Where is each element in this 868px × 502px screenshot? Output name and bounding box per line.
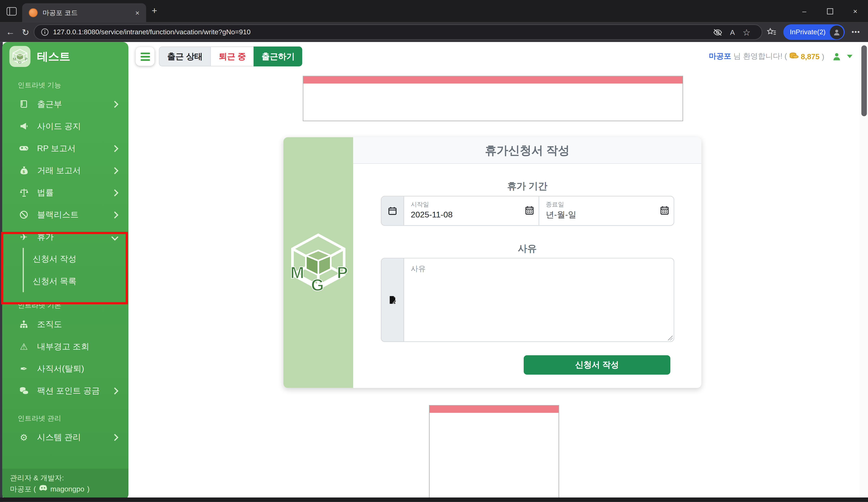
card-side-strip: MGP <box>283 137 353 388</box>
money-bag-icon: $ <box>18 166 30 175</box>
svg-text:P: P <box>24 57 28 61</box>
date-picker-icon[interactable] <box>525 206 534 217</box>
chevron-right-icon <box>111 167 118 174</box>
leaving-status-button[interactable]: 퇴근 중 <box>211 46 254 66</box>
app-logo-icon[interactable]: MGP <box>9 46 30 67</box>
window-bottom-edge <box>0 498 868 502</box>
svg-text:M: M <box>290 263 304 282</box>
period-heading: 휴가 기간 <box>353 180 701 193</box>
content-box-top <box>303 76 683 121</box>
address-bar[interactable]: 127.0.0.1:8080/service/intranet/function… <box>34 24 762 40</box>
plane-icon: ✈ <box>18 232 30 242</box>
org-chart-icon <box>18 320 30 329</box>
sidebar-item-blacklist[interactable]: 블랙리스트 <box>2 203 128 226</box>
sidebar: MGP 테스트 인트라넷 기능 출근부 사이드 공지 RP 보고서 $ <box>2 42 128 500</box>
sidebar-item-law[interactable]: 법률 <box>2 181 128 203</box>
content-box-bottom <box>429 405 559 499</box>
sidebar-item-vacation[interactable]: ✈ 휴가 <box>2 226 128 248</box>
reason-group <box>381 258 674 342</box>
browser-tab[interactable]: 마공포 코드 × <box>22 3 146 22</box>
ban-icon <box>18 210 30 219</box>
user-name: 마공포 <box>709 52 731 61</box>
hamburger-icon <box>141 52 150 54</box>
card-header: 휴가신청서 작성 <box>353 137 701 164</box>
mgp-watermark-logo: MGP <box>287 230 349 294</box>
date-picker-icon[interactable] <box>660 206 669 217</box>
submit-request-button[interactable]: 신청서 작성 <box>524 355 670 375</box>
site-info-icon[interactable] <box>41 28 49 36</box>
clock-in-button[interactable]: 출근하기 <box>254 46 302 66</box>
end-date-field[interactable]: 종료일 <box>539 197 674 225</box>
card-title: 휴가신청서 작성 <box>485 143 569 158</box>
chevron-right-icon <box>111 189 118 196</box>
attendance-status-button[interactable]: 출근 상태 <box>159 46 211 66</box>
coin-icon <box>789 52 799 61</box>
favorite-star-icon[interactable]: ☆ <box>743 27 751 37</box>
browser-window: 마공포 코드 × + – × ← ↻ 127.0.0.1:8080/servic… <box>0 0 868 502</box>
url-text[interactable]: 127.0.0.1:8080/service/intranet/function… <box>53 28 713 36</box>
reason-textarea[interactable] <box>404 259 674 341</box>
sidebar-item-attendance[interactable]: 출근부 <box>2 93 128 115</box>
vacation-submenu: 신청서 작성 신청서 목록 <box>23 248 128 292</box>
maximize-button[interactable] <box>817 0 843 22</box>
chevron-right-icon <box>111 433 118 441</box>
collections-icon[interactable] <box>766 28 776 36</box>
sidebar-item-trade-report[interactable]: $ 거래 보고서 <box>2 159 128 181</box>
read-aloud-icon[interactable]: A <box>730 28 735 36</box>
new-tab-button[interactable]: + <box>152 6 157 17</box>
close-button[interactable]: × <box>843 0 868 22</box>
end-date-input[interactable] <box>546 210 655 219</box>
sidebar-item-internal-warning[interactable]: ⚠ 내부경고 조회 <box>2 335 128 357</box>
svg-text:M: M <box>13 57 16 61</box>
footer-name: 마공포 ( <box>10 484 36 495</box>
discord-icon <box>39 484 48 495</box>
refresh-button[interactable]: ↻ <box>20 27 31 37</box>
caret-down-icon[interactable] <box>847 55 852 58</box>
vertical-tabs-icon <box>7 7 17 15</box>
page-scrollbar[interactable] <box>860 42 868 497</box>
pen-nib-icon: ✒ <box>18 363 30 374</box>
minimize-button[interactable]: – <box>792 0 817 22</box>
sidebar-item-rp-report[interactable]: RP 보고서 <box>2 137 128 159</box>
tab-close-icon[interactable]: × <box>133 8 142 18</box>
sidebar-item-resignation[interactable]: ✒ 사직서(탈퇴) <box>2 357 128 379</box>
start-date-field[interactable]: 시작일 <box>404 197 539 225</box>
welcome-text: 님 환영합니다! ( <box>733 52 787 61</box>
section-label-function: 인트라넷 기능 <box>2 77 128 93</box>
sidebar-item-faction-points[interactable]: 팩션 포인트 공금 <box>2 380 128 402</box>
sidebar-menu: 인트라넷 기능 출근부 사이드 공지 RP 보고서 $ 거래 보고서 <box>2 71 128 469</box>
sidebar-footer: 관리자 & 개발자: 마공포 ( magongpo ) <box>2 469 128 500</box>
inprivate-badge[interactable]: InPrivate(2) <box>783 24 845 40</box>
resize-grip[interactable] <box>667 335 673 340</box>
inprivate-label: InPrivate(2) <box>790 28 826 36</box>
date-range-group: 시작일 종료일 <box>381 196 674 226</box>
svg-text:G: G <box>311 275 324 292</box>
sidebar-item-system-admin[interactable]: ⚙ 시스템 관리 <box>2 426 128 448</box>
sidebar-item-label: 사이드 공지 <box>37 121 81 132</box>
maximize-icon <box>827 8 833 14</box>
app-title: 테스트 <box>37 49 70 64</box>
vertical-tabs-button[interactable] <box>6 6 18 16</box>
chevron-right-icon <box>111 211 118 218</box>
sidebar-item-label: 블랙리스트 <box>37 210 79 220</box>
settings-menu-icon[interactable]: ••• <box>851 28 860 36</box>
sidebar-item-side-notice[interactable]: 사이드 공지 <box>2 115 128 137</box>
reason-heading: 사유 <box>353 242 701 255</box>
sidebar-subitem-vacation-list[interactable]: 신청서 목록 <box>24 270 128 292</box>
sidebar-item-org-chart[interactable]: 조직도 <box>2 313 128 335</box>
sidebar-toggle-button[interactable] <box>135 47 154 66</box>
start-date-input[interactable] <box>411 210 520 219</box>
person-icon[interactable] <box>832 52 841 61</box>
back-button[interactable]: ← <box>4 27 16 37</box>
sidebar-item-label: 출근부 <box>37 99 62 109</box>
tracking-prevention-icon[interactable] <box>713 28 722 36</box>
sidebar-item-label: 시스템 관리 <box>37 432 81 442</box>
attendance-button-group: 출근 상태 퇴근 중 출근하기 <box>159 46 302 66</box>
vacation-form-card: MGP 휴가신청서 작성 휴가 기간 시작일 종료일 <box>283 137 701 388</box>
sidebar-subitem-vacation-write[interactable]: 신청서 작성 <box>24 248 128 270</box>
gear-icon: ⚙ <box>18 432 30 442</box>
profile-avatar <box>830 25 844 39</box>
end-date-label: 종료일 <box>546 200 655 209</box>
site-favicon-icon <box>29 8 38 17</box>
scrollbar-thumb[interactable] <box>861 45 867 116</box>
